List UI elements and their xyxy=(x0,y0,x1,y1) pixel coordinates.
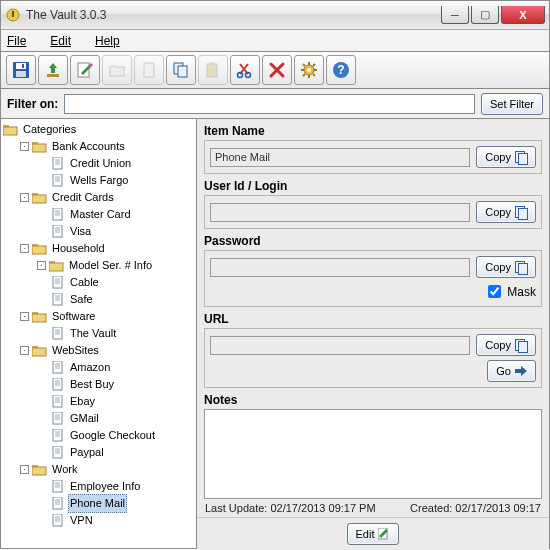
paste-button[interactable] xyxy=(198,55,228,85)
filter-row: Filter on: Set Filter xyxy=(0,89,550,119)
category-tree[interactable]: Categories·Bank AccountsCredit UnionWell… xyxy=(1,119,197,548)
edit-entry-button[interactable]: Edit xyxy=(347,523,400,545)
maximize-button[interactable]: ▢ xyxy=(471,6,499,24)
titlebar: The Vault 3.0.3 ─ ▢ X xyxy=(0,0,550,30)
export-button[interactable] xyxy=(38,55,68,85)
tree-item[interactable]: Master Card xyxy=(37,206,194,223)
tree-item[interactable]: The Vault xyxy=(37,325,194,342)
password-copy-button[interactable]: Copy xyxy=(476,256,536,278)
document-icon xyxy=(50,378,65,391)
tree-folder-label: WebSites xyxy=(50,342,101,359)
url-go-button[interactable]: Go xyxy=(487,360,536,382)
tree-folder-label: Work xyxy=(50,461,79,478)
tree-item[interactable]: Cable xyxy=(37,274,194,291)
tree-folder[interactable]: ·Work xyxy=(20,461,194,478)
set-filter-button[interactable]: Set Filter xyxy=(481,93,543,115)
menu-file[interactable]: File xyxy=(7,34,38,48)
tree-item[interactable]: Phone Mail xyxy=(37,495,194,512)
svg-point-16 xyxy=(246,73,251,78)
tree-item[interactable]: GMail xyxy=(37,410,194,427)
copy-icon xyxy=(515,151,527,163)
tree-item[interactable]: Ebay xyxy=(37,393,194,410)
url-field[interactable] xyxy=(210,336,470,355)
tree-folder[interactable]: ·Household xyxy=(20,240,194,257)
help-button[interactable]: ? xyxy=(326,55,356,85)
settings-button[interactable] xyxy=(294,55,324,85)
svg-rect-32 xyxy=(32,144,46,152)
tree-item[interactable]: Safe xyxy=(37,291,194,308)
group-notes: Notes xyxy=(204,393,542,499)
svg-rect-8 xyxy=(110,67,124,76)
main-area: Categories·Bank AccountsCredit UnionWell… xyxy=(0,119,550,549)
status-created: Created: 02/17/2013 09:17 xyxy=(410,502,541,514)
menu-help[interactable]: Help xyxy=(95,34,132,48)
detail-panel: Item Name Copy User Id / Login Copy Pass… xyxy=(197,119,549,548)
tree-toggle[interactable]: · xyxy=(20,193,29,202)
tree-root[interactable]: Categories xyxy=(3,121,194,138)
document-icon xyxy=(50,293,65,306)
tree-toggle[interactable]: · xyxy=(20,346,29,355)
tree-folder[interactable]: ·WebSites xyxy=(20,342,194,359)
svg-line-25 xyxy=(303,74,305,76)
tree-toggle[interactable]: · xyxy=(37,261,46,270)
svg-rect-64 xyxy=(32,314,46,322)
folder-icon xyxy=(32,463,47,476)
tree-item[interactable]: Employee Info xyxy=(37,478,194,495)
document-icon xyxy=(50,497,65,510)
url-copy-button[interactable]: Copy xyxy=(476,334,536,356)
close-button[interactable]: X xyxy=(501,6,545,24)
user-field[interactable] xyxy=(210,203,470,222)
svg-rect-91 xyxy=(53,446,62,458)
tree-item[interactable]: Credit Union xyxy=(37,155,194,172)
item-name-field[interactable] xyxy=(210,148,470,167)
svg-rect-101 xyxy=(53,497,62,509)
tree-toggle[interactable]: · xyxy=(20,465,29,474)
save-button[interactable] xyxy=(6,55,36,85)
tree-item-label: GMail xyxy=(68,410,101,427)
tree-toggle[interactable]: · xyxy=(20,312,29,321)
svg-line-22 xyxy=(303,64,305,66)
document-icon xyxy=(50,327,65,340)
tree-item[interactable]: Wells Fargo xyxy=(37,172,194,189)
window-title: The Vault 3.0.3 xyxy=(26,8,439,22)
mask-checkbox-input[interactable] xyxy=(488,285,501,298)
password-field[interactable] xyxy=(210,258,470,277)
mask-checkbox[interactable]: Mask xyxy=(484,282,536,301)
notes-textarea[interactable] xyxy=(204,409,542,499)
svg-rect-6 xyxy=(47,74,59,77)
tree-item[interactable]: Amazon xyxy=(37,359,194,376)
doc-new-button[interactable] xyxy=(134,55,164,85)
svg-rect-37 xyxy=(53,174,62,186)
delete-button[interactable] xyxy=(262,55,292,85)
tree-item[interactable]: Visa xyxy=(37,223,194,240)
svg-rect-30 xyxy=(3,127,17,135)
svg-rect-9 xyxy=(110,65,116,68)
window-buttons: ─ ▢ X xyxy=(439,6,545,24)
minimize-button[interactable]: ─ xyxy=(441,6,469,24)
menu-edit[interactable]: Edit xyxy=(50,34,83,48)
svg-rect-75 xyxy=(53,378,62,390)
tree-item[interactable]: ·Model Ser. # Info xyxy=(37,257,194,274)
folder-new-button[interactable] xyxy=(102,55,132,85)
copy-button[interactable] xyxy=(166,55,196,85)
tree-toggle[interactable]: · xyxy=(20,244,29,253)
user-copy-button[interactable]: Copy xyxy=(476,201,536,223)
tree-item[interactable]: Google Checkout xyxy=(37,427,194,444)
tree-toggle[interactable]: · xyxy=(20,142,29,151)
tree-item[interactable]: VPN xyxy=(37,512,194,529)
filter-input[interactable] xyxy=(64,94,475,114)
svg-rect-105 xyxy=(53,514,62,526)
tree-folder[interactable]: ·Software xyxy=(20,308,194,325)
folder-icon xyxy=(32,242,47,255)
tree-item[interactable]: Best Buy xyxy=(37,376,194,393)
tree-folder[interactable]: ·Bank Accounts xyxy=(20,138,194,155)
cut-button[interactable] xyxy=(230,55,260,85)
tree-folder[interactable]: ·Credit Cards xyxy=(20,189,194,206)
tree-item[interactable]: Paypal xyxy=(37,444,194,461)
copy-icon xyxy=(515,261,527,273)
edit-button[interactable] xyxy=(70,55,100,85)
item-name-copy-button[interactable]: Copy xyxy=(476,146,536,168)
document-icon xyxy=(50,480,65,493)
group-password: Password Copy Mask xyxy=(204,234,542,307)
status-bar: Last Update: 02/17/2013 09:17 PM Created… xyxy=(197,499,549,517)
